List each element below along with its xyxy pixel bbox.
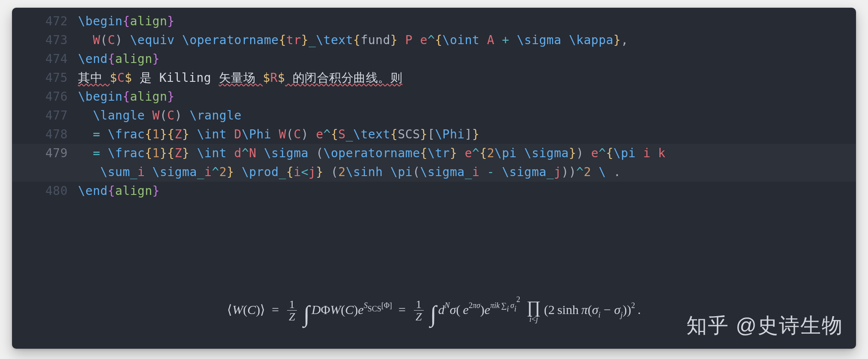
editor-card: 472 \begin{align} 473 W(C) \equiv \opera… xyxy=(12,8,856,349)
code-content: \end{align} xyxy=(78,182,856,200)
code-line[interactable]: 472 \begin{align} xyxy=(12,12,856,31)
code-content: \begin{align} xyxy=(78,87,856,106)
code-content: = \frac{1}{Z} \int d^N \sigma (\operator… xyxy=(78,144,856,163)
line-number: 476 xyxy=(12,87,78,106)
code-content: \langle W(C) \rangle xyxy=(78,106,856,125)
code-editor[interactable]: 472 \begin{align} 473 W(C) \equiv \opera… xyxy=(12,8,856,200)
code-content: \end{align} xyxy=(78,50,856,69)
line-number: 473 xyxy=(12,31,78,50)
code-line[interactable]: 475 其中 $C$ 是 Killing 矢量场 $R$ 的闭合积分曲线。则 xyxy=(12,69,856,87)
code-content: W(C) \equiv \operatorname{tr}_\text{fund… xyxy=(78,31,856,50)
code-line[interactable]: 477 \langle W(C) \rangle xyxy=(12,106,856,125)
line-number: 480 xyxy=(12,182,78,200)
code-line-wrap[interactable]: \sum_i \sigma_i^2} \prod_{i<j} (2\sinh \… xyxy=(12,163,856,182)
code-line-current[interactable]: 479 = \frac{1}{Z} \int d^N \sigma (\oper… xyxy=(12,144,856,163)
code-line[interactable]: 480 \end{align} xyxy=(12,182,856,200)
code-content: \sum_i \sigma_i^2} \prod_{i<j} (2\sinh \… xyxy=(78,163,856,182)
line-number: 479 xyxy=(12,144,78,163)
latex-preview: ⟨W(C)⟩ = 1Z ∫DΦW(C)eSSCS[Φ] = 1Z ∫dNσ( e… xyxy=(12,295,856,327)
code-content: 其中 $C$ 是 Killing 矢量场 $R$ 的闭合积分曲线。则 xyxy=(78,69,856,87)
line-number: 477 xyxy=(12,106,78,125)
code-line[interactable]: 476 \begin{align} xyxy=(12,87,856,106)
code-line[interactable]: 474 \end{align} xyxy=(12,50,856,69)
line-number xyxy=(12,163,78,182)
code-line[interactable]: 478 = \frac{1}{Z} \int D\Phi W(C) e^{S_\… xyxy=(12,125,856,144)
code-line[interactable]: 473 W(C) \equiv \operatorname{tr}_\text{… xyxy=(12,31,856,50)
code-content: \begin{align} xyxy=(78,12,856,31)
line-number: 472 xyxy=(12,12,78,31)
code-content: = \frac{1}{Z} \int D\Phi W(C) e^{S_\text… xyxy=(78,125,856,144)
line-number: 475 xyxy=(12,69,78,87)
line-number: 478 xyxy=(12,125,78,144)
line-number: 474 xyxy=(12,50,78,69)
